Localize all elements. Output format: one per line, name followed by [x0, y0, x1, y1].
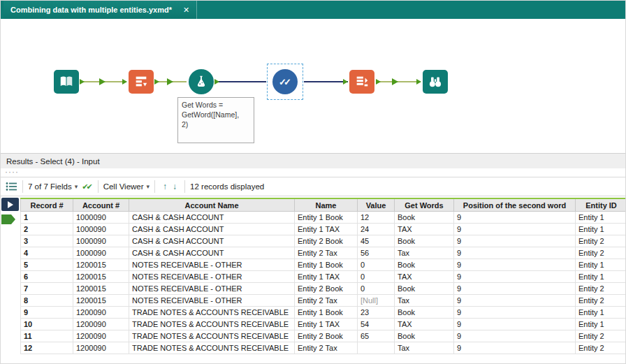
table-cell[interactable]: 1200015: [73, 295, 129, 307]
table-cell[interactable]: Entity 1 TAX: [295, 271, 358, 283]
connection-line-selected[interactable]: [304, 79, 348, 85]
column-header[interactable]: Name: [295, 198, 358, 212]
table-cell[interactable]: 8: [21, 295, 73, 307]
table-row[interactable]: 61200015NOTES RECEIVABLE - OTHEREntity 1…: [21, 271, 626, 283]
table-cell[interactable]: 12: [21, 342, 73, 354]
input-data-tool[interactable]: [54, 70, 79, 94]
cell-viewer-dropdown[interactable]: Cell Viewer ▾: [103, 182, 150, 191]
table-cell[interactable]: Book: [395, 307, 454, 319]
table-cell[interactable]: Entity 1: [576, 259, 626, 271]
select-tool[interactable]: ✓✓: [272, 69, 298, 94]
table-cell[interactable]: Tax: [395, 247, 454, 259]
table-cell[interactable]: Entity 1 Book: [295, 307, 358, 319]
table-cell[interactable]: 1200090: [73, 330, 129, 342]
table-cell[interactable]: 9: [454, 319, 576, 330]
move-down-button[interactable]: ↓: [173, 182, 177, 191]
table-cell[interactable]: TAX: [395, 271, 454, 283]
connection-line[interactable]: [154, 78, 187, 85]
table-cell[interactable]: Book: [395, 283, 454, 295]
table-cell[interactable]: 9: [454, 224, 576, 235]
table-cell[interactable]: TRADE NOTES & ACCOUNTS RECEIVABLE: [129, 319, 295, 330]
select-tool-selection-box[interactable]: ✓✓: [267, 64, 303, 100]
column-header[interactable]: Record #: [21, 198, 73, 212]
select-all-records-button[interactable]: [1, 198, 19, 211]
table-cell[interactable]: Entity 2: [576, 247, 626, 259]
table-cell[interactable]: 9: [454, 283, 576, 295]
connection-line[interactable]: [80, 78, 127, 85]
table-cell[interactable]: 6: [21, 271, 73, 283]
connection-line-selected[interactable]: [214, 79, 266, 85]
table-cell[interactable]: Entity 1: [576, 307, 626, 319]
table-cell[interactable]: TAX: [395, 319, 454, 330]
table-cell[interactable]: 1200015: [73, 283, 129, 295]
table-cell[interactable]: NOTES RECEIVABLE - OTHER: [129, 271, 295, 283]
table-cell[interactable]: Entity 1: [576, 212, 626, 224]
table-cell[interactable]: 54: [358, 319, 395, 330]
table-cell[interactable]: 0: [358, 283, 395, 295]
table-cell[interactable]: 1200015: [73, 259, 129, 271]
table-cell[interactable]: 56: [358, 247, 395, 259]
table-cell[interactable]: 9: [454, 330, 576, 342]
table-cell[interactable]: Entity 1 TAX: [295, 224, 358, 235]
table-cell[interactable]: Tax: [395, 295, 454, 307]
table-cell[interactable]: 9: [454, 271, 576, 283]
table-cell[interactable]: Entity 1: [576, 224, 626, 235]
document-tab[interactable]: Combining data with multiple entities.yx…: [3, 1, 197, 19]
tool-annotation[interactable]: Get Words = GetWord([Name], 2): [177, 97, 254, 143]
table-cell[interactable]: 5: [21, 259, 73, 271]
table-cell[interactable]: Book: [395, 235, 454, 247]
table-cell[interactable]: 9: [454, 247, 576, 259]
table-cell[interactable]: NOTES RECEIVABLE - OTHER: [129, 283, 295, 295]
table-cell[interactable]: 9: [454, 212, 576, 224]
table-row[interactable]: 21000090CASH & CASH ACCOUNTEntity 1 TAX2…: [21, 224, 626, 235]
table-cell[interactable]: Book: [395, 212, 454, 224]
table-cell[interactable]: 1200090: [73, 319, 129, 330]
table-cell[interactable]: Entity 2 Book: [295, 283, 358, 295]
table-cell[interactable]: Entity 2: [576, 283, 626, 295]
table-row[interactable]: 81200015NOTES RECEIVABLE - OTHEREntity 2…: [21, 295, 626, 307]
column-header[interactable]: Entity ID: [576, 198, 626, 212]
table-cell[interactable]: Entity 2 Book: [295, 235, 358, 247]
table-cell[interactable]: 9: [454, 342, 576, 354]
table-row[interactable]: 41000090CASH & CASH ACCOUNTEntity 2 Tax5…: [21, 247, 626, 259]
text-to-columns-tool[interactable]: [129, 70, 154, 94]
table-cell[interactable]: Tax: [395, 342, 454, 354]
table-cell[interactable]: 1: [21, 212, 73, 224]
table-cell[interactable]: Entity 2 Tax: [295, 342, 358, 354]
table-cell[interactable]: 1200015: [73, 271, 129, 283]
table-cell[interactable]: 9: [21, 307, 73, 319]
table-cell[interactable]: 45: [358, 235, 395, 247]
arrange-tool[interactable]: [349, 70, 374, 94]
table-cell[interactable]: TRADE NOTES & ACCOUNTS RECEIVABLE: [129, 307, 295, 319]
table-cell[interactable]: 0: [358, 271, 395, 283]
table-row[interactable]: 111200090TRADE NOTES & ACCOUNTS RECEIVAB…: [21, 330, 626, 342]
table-cell[interactable]: Entity 1 Book: [295, 259, 358, 271]
table-cell[interactable]: 11: [21, 330, 73, 342]
table-cell[interactable]: 1200090: [73, 342, 129, 354]
table-view-icon[interactable]: [6, 182, 17, 191]
table-cell[interactable]: Entity 1: [576, 319, 626, 330]
table-cell[interactable]: 1200090: [73, 307, 129, 319]
table-cell[interactable]: Entity 2: [576, 342, 626, 354]
column-header[interactable]: Get Words: [395, 198, 454, 212]
table-cell[interactable]: Entity 1 TAX: [295, 319, 358, 330]
table-cell[interactable]: 7: [21, 283, 73, 295]
workflow-canvas[interactable]: ✓✓ Get Words = GetWord([Name: [1, 19, 626, 154]
table-cell[interactable]: Entity 2: [576, 235, 626, 247]
table-row[interactable]: 101200090TRADE NOTES & ACCOUNTS RECEIVAB…: [21, 319, 626, 330]
table-cell[interactable]: 9: [454, 307, 576, 319]
table-cell[interactable]: 4: [21, 247, 73, 259]
table-cell[interactable]: 1000090: [73, 224, 129, 235]
table-cell[interactable]: Entity 2 Book: [295, 330, 358, 342]
connection-line[interactable]: [376, 78, 421, 85]
table-cell[interactable]: 65: [358, 330, 395, 342]
table-cell[interactable]: 10: [21, 319, 73, 330]
table-row[interactable]: 31000090CASH & CASH ACCOUNTEntity 2 Book…: [21, 235, 626, 247]
table-cell[interactable]: Entity 2 Tax: [295, 295, 358, 307]
table-cell[interactable]: NOTES RECEIVABLE - OTHER: [129, 295, 295, 307]
table-cell[interactable]: TRADE NOTES & ACCOUNTS RECEIVABLE: [129, 330, 295, 342]
table-row[interactable]: 51200015NOTES RECEIVABLE - OTHEREntity 1…: [21, 259, 626, 271]
table-cell[interactable]: 2: [21, 224, 73, 235]
table-cell[interactable]: 9: [454, 259, 576, 271]
table-cell[interactable]: Entity 2: [576, 295, 626, 307]
